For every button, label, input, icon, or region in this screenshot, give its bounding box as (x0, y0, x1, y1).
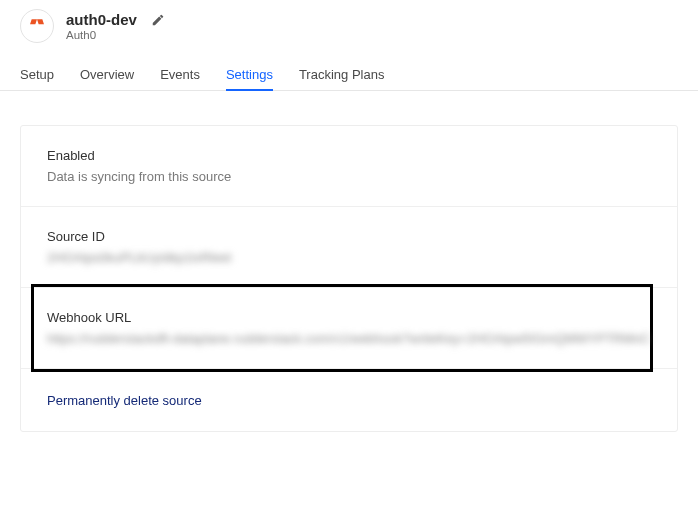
tab-events[interactable]: Events (160, 61, 200, 90)
page-header: auth0-dev Auth0 (0, 0, 698, 49)
webhook-url-heading: Webhook URL (47, 310, 651, 325)
enabled-heading: Enabled (47, 148, 651, 163)
auth0-logo (20, 9, 54, 43)
tab-bar: Setup Overview Events Settings Tracking … (0, 61, 698, 91)
webhook-url-value: https://rudderstackdft-dataplane.rudders… (47, 331, 651, 346)
tab-setup[interactable]: Setup (20, 61, 54, 90)
settings-panel-wrap: Enabled Data is syncing from this source… (0, 91, 698, 452)
edit-icon[interactable] (151, 13, 165, 27)
auth0-icon (28, 17, 46, 35)
settings-panel: Enabled Data is syncing from this source… (20, 125, 678, 432)
page-subtitle: Auth0 (66, 29, 165, 41)
delete-source-link[interactable]: Permanently delete source (47, 393, 202, 408)
enabled-description: Data is syncing from this source (47, 169, 651, 184)
section-delete: Permanently delete source (21, 369, 677, 431)
source-id-value: 2HOAtps0kuPLbUyIdkp1lxRleet (47, 250, 651, 265)
section-webhook-url: Webhook URL https://rudderstackdft-datap… (21, 288, 677, 369)
tab-tracking-plans[interactable]: Tracking Plans (299, 61, 385, 90)
section-enabled: Enabled Data is syncing from this source (21, 126, 677, 207)
tab-settings[interactable]: Settings (226, 61, 273, 90)
source-id-heading: Source ID (47, 229, 651, 244)
page-title: auth0-dev (66, 11, 137, 28)
title-block: auth0-dev Auth0 (66, 11, 165, 41)
tab-overview[interactable]: Overview (80, 61, 134, 90)
section-source-id: Source ID 2HOAtps0kuPLbUyIdkp1lxRleet (21, 207, 677, 288)
